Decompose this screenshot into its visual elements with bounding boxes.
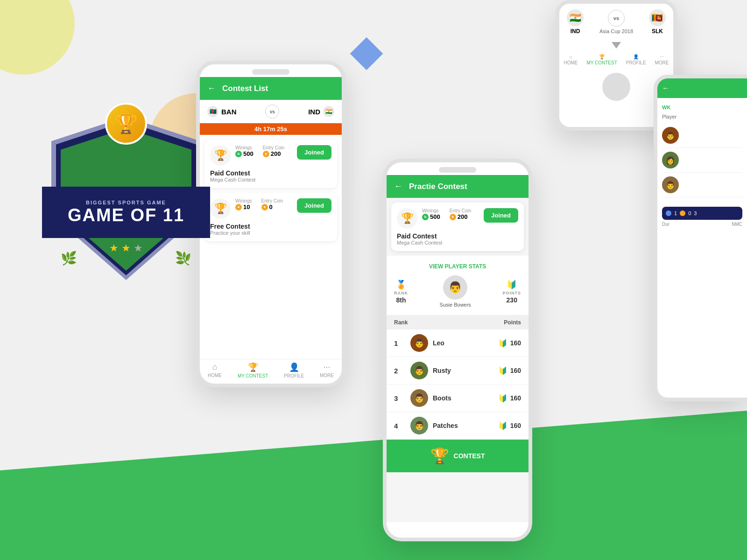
- contest-label: CONTEST: [454, 452, 485, 460]
- score-3: 3: [694, 210, 697, 216]
- competition-label: Asia Cup 2018: [599, 28, 633, 34]
- p3-nav-mycontest[interactable]: 🏆 MY CONTEST: [586, 54, 617, 65]
- match-center: vs Asia Cup 2018: [599, 10, 633, 34]
- free-contest-sub: Practice your skill: [210, 230, 331, 236]
- p4-avatar-2: 👩: [662, 152, 679, 168]
- score-badge: 1 0 3: [662, 207, 742, 220]
- free-winnings-val: ● 10: [235, 203, 252, 210]
- phone1-home-btn[interactable]: [259, 384, 282, 387]
- phone2-entry-val: ● 200: [450, 213, 472, 220]
- team-ind: IND 🇮🇳: [308, 106, 334, 117]
- stars-row: ★ ★ ★: [109, 242, 143, 254]
- phone2-meta: Winings b 500 Entry Coin ● 200: [417, 208, 484, 220]
- match-team-ind: 🇮🇳 IND: [567, 9, 584, 35]
- paid-joined-btn[interactable]: Joined: [297, 145, 331, 160]
- lb-name-1: Leo: [433, 339, 498, 347]
- ind-team-label: IND: [571, 28, 580, 35]
- lb-header: Rank Points: [387, 315, 529, 329]
- points-icon: 🔰: [507, 280, 517, 290]
- nav-home-1[interactable]: ⌂ HOME: [208, 362, 222, 378]
- b-icon-2: b: [422, 214, 429, 220]
- score-team2: NMC: [732, 222, 742, 227]
- slk-flag-3: 🇱🇰: [649, 9, 666, 26]
- points-label: POINTS: [502, 291, 521, 295]
- free-card-top: 🏆 Winings ● 10 Entry Coin: [210, 198, 331, 219]
- nav-more-1[interactable]: ··· MORE: [320, 362, 334, 378]
- paid-winnings-item: Winings b 500: [235, 145, 254, 157]
- lb-points-4: 160: [510, 422, 521, 429]
- vs-badge-1: vs: [265, 105, 279, 119]
- b-icon-1: b: [235, 151, 242, 157]
- lb-name-2: Rusty: [433, 367, 498, 374]
- paid-card-top: 🏆 Winings b 500 Entry Coin: [210, 145, 331, 166]
- phone1-notch: [252, 69, 289, 75]
- phone2-trophy: 🏆: [397, 208, 417, 229]
- back-arrow-2[interactable]: ←: [394, 182, 402, 191]
- view-stats-link[interactable]: VIEW PLAYER STATS: [394, 260, 521, 273]
- trophy-circle: 🏆: [105, 103, 147, 145]
- paid-entry-label: Entry Coin: [263, 145, 285, 150]
- lb-rank-2: 2: [394, 367, 406, 375]
- p3-nav-home[interactable]: ⌂ HOME: [564, 54, 578, 65]
- phone2-notch: [439, 167, 476, 173]
- phone2-contest-name: Paid Contest: [397, 232, 518, 240]
- phone4-screen: WK Player 👨 👩 👨 1 0 3 Dur NMC: [657, 98, 747, 231]
- player-label: Player: [662, 112, 742, 123]
- lb-col-rank: Rank: [394, 319, 408, 326]
- phone2-bottom-trophy: 🏆 CONTEST: [387, 440, 529, 472]
- more-label-1: MORE: [320, 373, 334, 378]
- lb-rank-4: 4: [394, 422, 406, 430]
- free-winnings-label: Winings: [235, 198, 252, 203]
- ind-flag-3: 🇮🇳: [567, 9, 584, 26]
- score-2: 0: [688, 210, 691, 216]
- rank-block: 🏅 RANK 8th: [394, 280, 408, 304]
- laurel-right: 🌿: [175, 251, 191, 266]
- player-name: Susie Bowers: [440, 302, 471, 308]
- p3-nav-more[interactable]: ··· MORE: [655, 54, 669, 65]
- free-contest-card: 🏆 Winings ● 10 Entry Coin: [204, 193, 337, 241]
- player-center-avatar: 👨: [443, 275, 467, 300]
- back-arrow-1[interactable]: ←: [207, 84, 216, 93]
- vs-badge-3: vs: [608, 10, 625, 27]
- lb-trophy-1: 🔰: [498, 339, 507, 348]
- ban-label: BAN: [221, 108, 237, 116]
- p3-profile-icon: 👤: [633, 54, 639, 59]
- nav-profile-1[interactable]: 👤 PROFILE: [284, 362, 304, 378]
- free-contest-name: Free Contest: [210, 223, 331, 230]
- trophy-icon: 🏆: [114, 113, 138, 135]
- player-row-3: 👨: [662, 173, 742, 197]
- lb-rank-1: 1: [394, 339, 406, 347]
- profile-circle-3: [602, 73, 630, 101]
- match-bar-1: 🇧🇩 BAN vs IND 🇮🇳: [200, 100, 342, 123]
- lb-name-4: Patches: [433, 422, 498, 429]
- bg-yellow-circle: [0, 0, 75, 75]
- match-info-top: 🇮🇳 IND vs Asia Cup 2018 🇱🇰 SLK: [559, 4, 673, 40]
- star-2: ★: [121, 242, 131, 254]
- phone2: ← Practie Contest 🏆 Winings b 500: [383, 159, 532, 541]
- score-dot-1: [666, 210, 671, 216]
- paid-contest-name: Paid Contest: [210, 169, 331, 177]
- p3-home-icon: ⌂: [569, 54, 572, 59]
- back-arrow-4[interactable]: ←: [662, 84, 669, 92]
- paid-winnings-label: Winings: [235, 145, 254, 150]
- p3-home-label: HOME: [564, 60, 578, 65]
- lb-row-2: 2 👨 Rusty 🔰 160: [387, 357, 529, 385]
- phone2-joined-btn[interactable]: Joined: [484, 208, 518, 223]
- phone1-title: Contest List: [222, 84, 268, 93]
- wk-label: WK: [662, 103, 742, 112]
- points-value: 230: [507, 296, 517, 304]
- paid-trophy: 🏆: [210, 145, 231, 166]
- free-joined-btn[interactable]: Joined: [297, 198, 331, 213]
- lb-row-1: 1 👨 Leo 🔰 160: [387, 329, 529, 357]
- badge-container: 🏆 BIGGEST SPORTS GAME GAME OF 11 ★ ★ ★ 🌿…: [37, 93, 215, 289]
- paid-meta-row: Winings b 500 Entry Coin ● 200: [235, 145, 292, 157]
- rank-value: 8th: [396, 296, 406, 304]
- nav-mycontest-1[interactable]: 🏆 MY CONTEST: [238, 362, 268, 378]
- p3-nav-profile[interactable]: 👤 PROFILE: [626, 54, 646, 65]
- lb-trophy-2: 🔰: [498, 366, 507, 375]
- ban-flag: 🇧🇩: [207, 106, 218, 117]
- ind-label: IND: [308, 108, 320, 116]
- paid-contest-sub: Mega Cash Contest: [210, 177, 331, 182]
- coin-icon-3: ●: [261, 204, 268, 210]
- p4-avatar-3: 👨: [662, 176, 679, 193]
